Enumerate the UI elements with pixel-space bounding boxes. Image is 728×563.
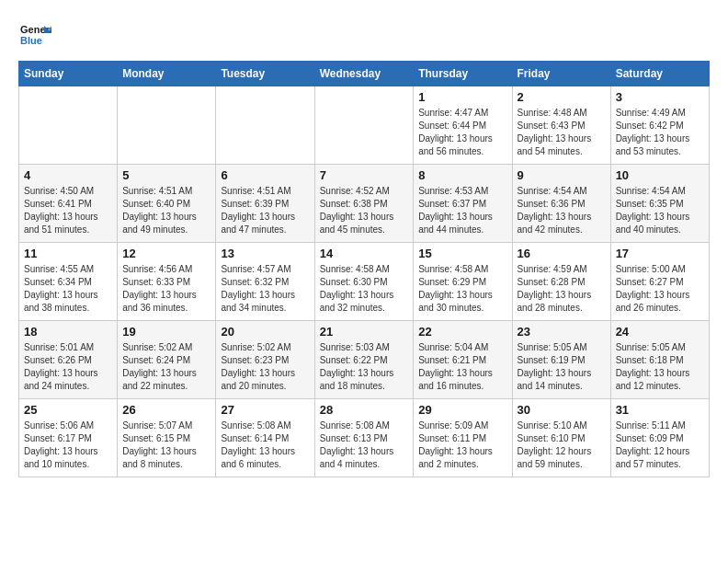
day-info: Sunrise: 4:58 AM Sunset: 6:30 PM Dayligh… [320, 263, 409, 315]
calendar-cell: 12Sunrise: 4:56 AM Sunset: 6:33 PM Dayli… [118, 243, 216, 321]
calendar-cell: 10Sunrise: 4:54 AM Sunset: 6:35 PM Dayli… [610, 165, 709, 243]
day-number: 18 [24, 325, 112, 339]
day-info: Sunrise: 4:47 AM Sunset: 6:44 PM Dayligh… [418, 107, 506, 158]
calendar-week-5: 25Sunrise: 5:06 AM Sunset: 6:17 PM Dayli… [19, 399, 710, 477]
calendar-cell: 30Sunrise: 5:10 AM Sunset: 6:10 PM Dayli… [512, 399, 610, 477]
day-number: 21 [320, 325, 409, 339]
day-number: 22 [418, 325, 506, 339]
day-number: 13 [221, 247, 309, 260]
day-number: 5 [122, 168, 210, 182]
calendar-cell: 7Sunrise: 4:52 AM Sunset: 6:38 PM Daylig… [314, 165, 414, 243]
calendar-cell: 26Sunrise: 5:07 AM Sunset: 6:15 PM Dayli… [118, 399, 216, 477]
calendar-cell: 19Sunrise: 5:02 AM Sunset: 6:24 PM Dayli… [118, 321, 216, 399]
calendar-cell: 31Sunrise: 5:11 AM Sunset: 6:09 PM Dayli… [610, 399, 709, 477]
calendar-cell: 8Sunrise: 4:53 AM Sunset: 6:37 PM Daylig… [414, 165, 512, 243]
calendar-cell [216, 86, 314, 165]
day-number: 9 [518, 168, 606, 182]
calendar-cell: 23Sunrise: 5:05 AM Sunset: 6:19 PM Dayli… [512, 321, 610, 399]
day-info: Sunrise: 5:11 AM Sunset: 6:09 PM Dayligh… [616, 419, 704, 471]
day-number: 31 [616, 403, 704, 417]
calendar-cell: 14Sunrise: 4:58 AM Sunset: 6:30 PM Dayli… [314, 243, 414, 321]
day-info: Sunrise: 5:08 AM Sunset: 6:13 PM Dayligh… [320, 419, 409, 471]
day-info: Sunrise: 4:48 AM Sunset: 6:43 PM Dayligh… [518, 107, 606, 158]
weekday-header-monday: Monday [118, 62, 216, 86]
calendar-cell: 11Sunrise: 4:55 AM Sunset: 6:34 PM Dayli… [19, 243, 118, 321]
day-number: 19 [122, 325, 210, 339]
weekday-header-tuesday: Tuesday [216, 62, 314, 86]
calendar-cell: 21Sunrise: 5:03 AM Sunset: 6:22 PM Dayli… [314, 321, 414, 399]
day-number: 3 [616, 90, 704, 104]
day-info: Sunrise: 5:09 AM Sunset: 6:11 PM Dayligh… [418, 419, 506, 471]
calendar-cell: 5Sunrise: 4:51 AM Sunset: 6:40 PM Daylig… [118, 165, 216, 243]
day-info: Sunrise: 4:56 AM Sunset: 6:33 PM Dayligh… [122, 263, 210, 315]
day-number: 29 [418, 403, 506, 417]
calendar-cell: 27Sunrise: 5:08 AM Sunset: 6:14 PM Dayli… [216, 399, 314, 477]
day-number: 4 [24, 168, 112, 182]
day-number: 23 [518, 325, 606, 339]
calendar-week-2: 4Sunrise: 4:50 AM Sunset: 6:41 PM Daylig… [19, 165, 710, 243]
calendar-week-1: 1Sunrise: 4:47 AM Sunset: 6:44 PM Daylig… [19, 86, 710, 165]
weekday-header-saturday: Saturday [610, 62, 709, 86]
day-number: 26 [122, 403, 210, 417]
calendar-cell: 24Sunrise: 5:05 AM Sunset: 6:18 PM Dayli… [610, 321, 709, 399]
day-info: Sunrise: 4:52 AM Sunset: 6:38 PM Dayligh… [320, 185, 409, 236]
day-info: Sunrise: 5:07 AM Sunset: 6:15 PM Dayligh… [122, 419, 210, 471]
day-info: Sunrise: 4:54 AM Sunset: 6:36 PM Dayligh… [518, 185, 606, 236]
day-info: Sunrise: 5:08 AM Sunset: 6:14 PM Dayligh… [221, 419, 309, 471]
day-info: Sunrise: 5:05 AM Sunset: 6:19 PM Dayligh… [518, 341, 606, 393]
calendar-week-3: 11Sunrise: 4:55 AM Sunset: 6:34 PM Dayli… [19, 243, 710, 321]
day-info: Sunrise: 5:10 AM Sunset: 6:10 PM Dayligh… [518, 419, 606, 471]
day-info: Sunrise: 4:54 AM Sunset: 6:35 PM Dayligh… [616, 185, 704, 236]
day-info: Sunrise: 4:49 AM Sunset: 6:42 PM Dayligh… [616, 107, 704, 158]
day-number: 30 [518, 403, 606, 417]
calendar-cell: 15Sunrise: 4:58 AM Sunset: 6:29 PM Dayli… [414, 243, 512, 321]
calendar-cell: 29Sunrise: 5:09 AM Sunset: 6:11 PM Dayli… [414, 399, 512, 477]
day-info: Sunrise: 5:04 AM Sunset: 6:21 PM Dayligh… [418, 341, 506, 393]
day-info: Sunrise: 5:01 AM Sunset: 6:26 PM Dayligh… [24, 341, 112, 393]
calendar-cell [314, 86, 414, 165]
day-number: 14 [320, 247, 409, 260]
logo: General Blue [18, 18, 51, 52]
day-number: 27 [221, 403, 309, 417]
day-info: Sunrise: 4:51 AM Sunset: 6:40 PM Dayligh… [122, 185, 210, 236]
day-info: Sunrise: 4:53 AM Sunset: 6:37 PM Dayligh… [418, 185, 506, 236]
day-info: Sunrise: 4:57 AM Sunset: 6:32 PM Dayligh… [221, 263, 309, 315]
calendar-cell: 16Sunrise: 4:59 AM Sunset: 6:28 PM Dayli… [512, 243, 610, 321]
day-info: Sunrise: 5:00 AM Sunset: 6:27 PM Dayligh… [616, 263, 704, 315]
day-number: 20 [221, 325, 309, 339]
calendar-cell: 4Sunrise: 4:50 AM Sunset: 6:41 PM Daylig… [19, 165, 118, 243]
day-number: 2 [518, 90, 606, 104]
day-number: 12 [122, 247, 210, 260]
calendar-cell [19, 86, 118, 165]
day-number: 11 [24, 247, 112, 260]
page-header: General Blue [18, 18, 710, 52]
weekday-header-friday: Friday [512, 62, 610, 86]
day-info: Sunrise: 5:02 AM Sunset: 6:24 PM Dayligh… [122, 341, 210, 393]
day-number: 7 [320, 168, 409, 182]
calendar-cell: 13Sunrise: 4:57 AM Sunset: 6:32 PM Dayli… [216, 243, 314, 321]
calendar-cell [118, 86, 216, 165]
day-info: Sunrise: 5:05 AM Sunset: 6:18 PM Dayligh… [616, 341, 704, 393]
day-info: Sunrise: 4:58 AM Sunset: 6:29 PM Dayligh… [418, 263, 506, 315]
calendar-week-4: 18Sunrise: 5:01 AM Sunset: 6:26 PM Dayli… [19, 321, 710, 399]
calendar-cell: 2Sunrise: 4:48 AM Sunset: 6:43 PM Daylig… [512, 86, 610, 165]
calendar-cell: 9Sunrise: 4:54 AM Sunset: 6:36 PM Daylig… [512, 165, 610, 243]
calendar-cell: 18Sunrise: 5:01 AM Sunset: 6:26 PM Dayli… [19, 321, 118, 399]
calendar-cell: 1Sunrise: 4:47 AM Sunset: 6:44 PM Daylig… [414, 86, 512, 165]
calendar-table: SundayMondayTuesdayWednesdayThursdayFrid… [18, 61, 710, 477]
day-info: Sunrise: 5:03 AM Sunset: 6:22 PM Dayligh… [320, 341, 409, 393]
calendar-cell: 6Sunrise: 4:51 AM Sunset: 6:39 PM Daylig… [216, 165, 314, 243]
day-number: 15 [418, 247, 506, 260]
calendar-cell: 20Sunrise: 5:02 AM Sunset: 6:23 PM Dayli… [216, 321, 314, 399]
calendar-cell: 3Sunrise: 4:49 AM Sunset: 6:42 PM Daylig… [610, 86, 709, 165]
weekday-header-thursday: Thursday [414, 62, 512, 86]
calendar-cell: 22Sunrise: 5:04 AM Sunset: 6:21 PM Dayli… [414, 321, 512, 399]
weekday-header-wednesday: Wednesday [314, 62, 414, 86]
calendar-cell: 17Sunrise: 5:00 AM Sunset: 6:27 PM Dayli… [610, 243, 709, 321]
day-number: 16 [518, 247, 606, 260]
svg-text:Blue: Blue [20, 35, 42, 46]
day-info: Sunrise: 4:51 AM Sunset: 6:39 PM Dayligh… [221, 185, 309, 236]
day-info: Sunrise: 4:50 AM Sunset: 6:41 PM Dayligh… [24, 185, 112, 236]
day-number: 10 [616, 168, 704, 182]
day-number: 25 [24, 403, 112, 417]
